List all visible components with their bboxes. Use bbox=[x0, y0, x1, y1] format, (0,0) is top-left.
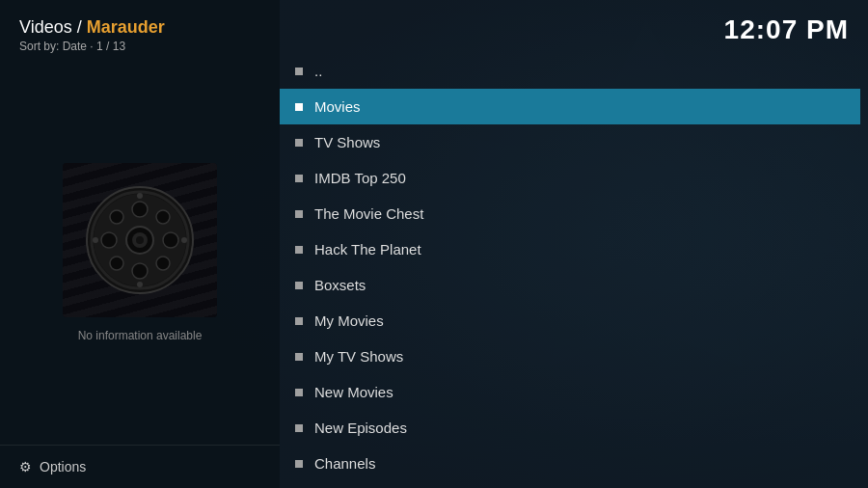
bullet-icon bbox=[295, 246, 303, 254]
bullet-icon bbox=[295, 175, 303, 182]
svg-point-16 bbox=[93, 237, 98, 243]
menu-item-label: New Episodes bbox=[314, 420, 407, 436]
thumbnail-image bbox=[63, 163, 217, 317]
menu-item-label: Boxsets bbox=[314, 277, 366, 293]
breadcrumb: Videos / Marauder bbox=[19, 17, 260, 38]
addon-name: Marauder bbox=[87, 17, 165, 37]
bullet-icon bbox=[295, 424, 303, 432]
bullet-icon bbox=[295, 210, 303, 218]
svg-point-5 bbox=[136, 236, 144, 244]
menu-item[interactable]: My Movies bbox=[280, 303, 860, 339]
menu-list: .. MoviesTV ShowsIMDB Top 250The Movie C… bbox=[280, 53, 868, 488]
menu-item[interactable]: My TV Shows bbox=[280, 339, 860, 374]
menu-item-label: The Movie Chest bbox=[314, 205, 423, 222]
menu-item-parent[interactable]: .. bbox=[280, 53, 860, 89]
bullet-icon bbox=[295, 353, 303, 361]
svg-point-17 bbox=[181, 237, 187, 243]
settings-icon: ⚙ bbox=[19, 459, 32, 474]
options-label: Options bbox=[40, 459, 86, 474]
svg-point-8 bbox=[101, 232, 117, 248]
bullet-icon bbox=[295, 103, 303, 111]
menu-item[interactable]: TV Shows bbox=[280, 124, 860, 160]
right-panel: 12:07 PM .. MoviesTV ShowsIMDB Top 250Th… bbox=[280, 0, 868, 488]
breadcrumb-prefix: Videos / bbox=[19, 17, 87, 37]
menu-item-label: Hack The Planet bbox=[314, 241, 421, 258]
bullet-icon bbox=[295, 282, 303, 289]
svg-point-9 bbox=[163, 232, 178, 248]
menu-item-label: TV Shows bbox=[314, 134, 380, 150]
header: Videos / Marauder Sort by: Date · 1 / 13 bbox=[0, 0, 280, 61]
svg-point-14 bbox=[137, 193, 143, 199]
bullet-icon bbox=[295, 317, 303, 325]
svg-point-10 bbox=[110, 210, 123, 224]
menu-item[interactable]: IMDB Top 250 bbox=[280, 160, 860, 196]
menu-item-label: Movies bbox=[314, 98, 361, 115]
options-bar[interactable]: ⚙ Options bbox=[0, 445, 280, 488]
menu-item[interactable]: Movies bbox=[280, 89, 860, 124]
menu-item-label: IMDB Top 250 bbox=[314, 170, 406, 186]
bullet-icon bbox=[295, 389, 303, 396]
svg-point-13 bbox=[156, 257, 170, 270]
svg-point-15 bbox=[137, 282, 143, 287]
menu-item[interactable]: Hack The Planet bbox=[280, 231, 860, 267]
menu-item[interactable]: Tools bbox=[280, 481, 860, 488]
svg-point-11 bbox=[156, 210, 170, 224]
menu-item-label: New Movies bbox=[314, 384, 393, 400]
parent-item-label: .. bbox=[314, 63, 322, 79]
clock: 12:07 PM bbox=[724, 14, 849, 45]
bullet-icon bbox=[295, 139, 303, 147]
no-info-text: No information available bbox=[63, 329, 217, 342]
svg-point-7 bbox=[132, 263, 148, 279]
menu-item-label: My Movies bbox=[314, 312, 384, 329]
svg-point-12 bbox=[110, 257, 123, 270]
left-panel: Videos / Marauder Sort by: Date · 1 / 13 bbox=[0, 0, 280, 488]
bullet-icon bbox=[295, 460, 303, 468]
svg-point-6 bbox=[132, 202, 148, 217]
bullet-icon bbox=[295, 68, 303, 75]
menu-item[interactable]: The Movie Chest bbox=[280, 196, 860, 231]
menu-item[interactable]: New Movies bbox=[280, 374, 860, 410]
thumbnail-area: No information available bbox=[0, 61, 280, 445]
menu-item-label: My TV Shows bbox=[314, 348, 403, 365]
menu-item[interactable]: New Episodes bbox=[280, 410, 860, 446]
menu-item-label: Channels bbox=[314, 455, 375, 472]
sort-info: Sort by: Date · 1 / 13 bbox=[19, 40, 260, 53]
menu-item[interactable]: Channels bbox=[280, 446, 860, 481]
menu-item[interactable]: Boxsets bbox=[280, 267, 860, 303]
